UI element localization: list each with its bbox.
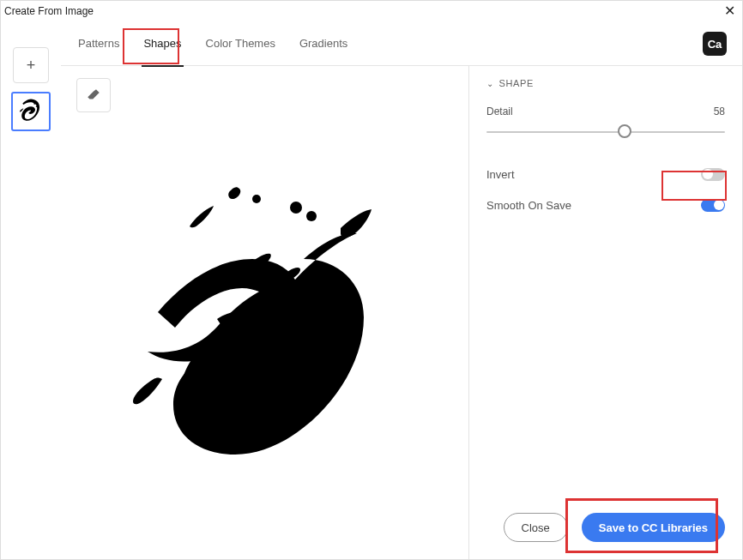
side-panel: ⌄ Shape Detail 58 Invert Smooth On Save: [469, 66, 742, 559]
section-header-shape[interactable]: ⌄ Shape: [486, 78, 725, 88]
svg-point-1: [36, 106, 37, 107]
add-image-button[interactable]: +: [13, 47, 49, 83]
window-title: Create From Image: [4, 5, 94, 17]
smooth-label: Smooth On Save: [486, 199, 571, 212]
detail-label: Detail: [486, 105, 513, 117]
footer-actions: Close Save to CC Libraries: [504, 513, 725, 542]
titlebar: Create From Image ✕: [1, 1, 742, 21]
toggle-dot: [714, 200, 724, 210]
chevron-down-icon: ⌄: [486, 79, 494, 88]
save-to-cc-libraries-button[interactable]: Save to CC Libraries: [582, 513, 725, 542]
invert-row: Invert: [486, 159, 725, 190]
tab-color-themes[interactable]: Color Themes: [204, 32, 277, 55]
plus-icon: +: [27, 57, 36, 75]
toggle-dot: [703, 169, 713, 179]
capture-app-badge[interactable]: Ca: [703, 32, 727, 56]
svg-point-5: [220, 340, 228, 349]
slider-knob[interactable]: [618, 124, 631, 138]
smooth-row: Smooth On Save: [486, 190, 725, 220]
invert-toggle[interactable]: [701, 168, 725, 181]
workspace: ⌄ Shape Detail 58 Invert Smooth On Save: [61, 66, 742, 559]
svg-point-2: [290, 202, 302, 214]
shape-preview: [128, 173, 402, 499]
eraser-tool[interactable]: [76, 78, 111, 112]
main-area: + Patterns Shapes Color Themes Gradients…: [1, 21, 742, 559]
detail-row: Detail 58: [486, 105, 725, 117]
close-icon[interactable]: ✕: [724, 4, 735, 18]
preview-stage: [61, 112, 468, 559]
ca-icon: Ca: [708, 38, 722, 51]
slider-track-line: [486, 131, 725, 133]
close-button[interactable]: Close: [504, 513, 568, 542]
svg-point-7: [260, 350, 267, 357]
left-rail: +: [1, 21, 61, 559]
invert-label: Invert: [486, 168, 515, 181]
tabs-row: Patterns Shapes Color Themes Gradients C…: [61, 21, 742, 66]
tab-patterns[interactable]: Patterns: [76, 32, 121, 55]
image-thumbnail-selected[interactable]: [11, 92, 51, 131]
svg-point-3: [306, 211, 317, 221]
tab-shapes[interactable]: Shapes: [142, 32, 183, 55]
svg-point-0: [33, 103, 35, 105]
eraser-icon: [86, 87, 101, 103]
canvas-column: [61, 66, 469, 559]
tab-gradients[interactable]: Gradients: [298, 32, 349, 55]
svg-point-6: [241, 353, 248, 360]
smooth-toggle[interactable]: [701, 199, 725, 212]
detail-value: 58: [714, 105, 725, 117]
content-column: Patterns Shapes Color Themes Gradients C…: [61, 21, 742, 559]
detail-slider[interactable]: [486, 123, 725, 140]
section-title: Shape: [499, 78, 534, 88]
thumbnail-art: [15, 96, 46, 127]
save-button-label: Save to CC Libraries: [599, 521, 708, 534]
svg-point-4: [252, 195, 261, 203]
close-button-label: Close: [522, 521, 550, 534]
